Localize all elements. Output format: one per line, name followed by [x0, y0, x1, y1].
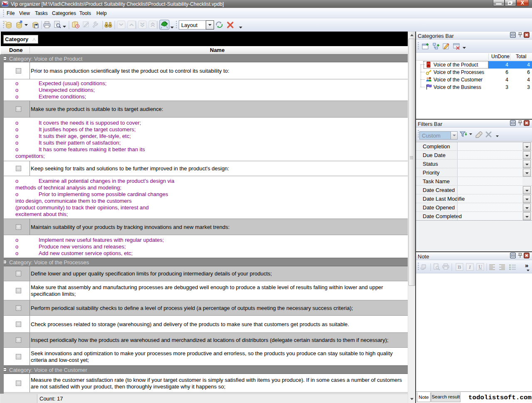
svg-text:U: U — [478, 263, 483, 270]
svg-text:I: I — [468, 264, 471, 270]
svg-text:B: B — [458, 264, 461, 270]
svg-text:»: » — [525, 262, 528, 269]
